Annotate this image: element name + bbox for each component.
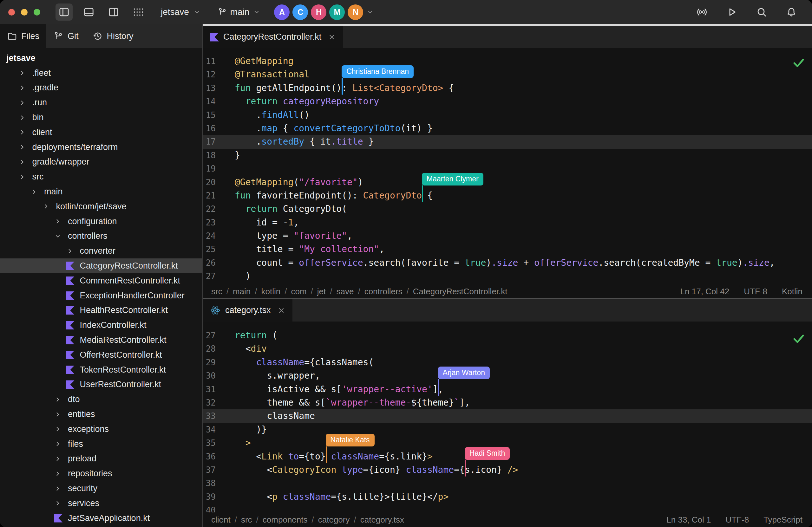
close-tab-button[interactable] xyxy=(277,306,286,314)
code-line-33[interactable]: 33 className xyxy=(203,409,812,423)
avatar-c[interactable]: C xyxy=(292,4,308,20)
code-line-18[interactable]: 18} xyxy=(203,149,812,162)
minimize-window-button[interactable] xyxy=(21,9,28,16)
tree-item-gradle-wrapper[interactable]: gradle/wrapper xyxy=(0,155,202,170)
breadcrumb-item[interactable]: category.tsx xyxy=(360,515,404,525)
project-selector[interactable]: jetsave xyxy=(161,7,201,17)
code-line-29[interactable]: 29 className={classNames( xyxy=(203,356,812,369)
breadcrumb-item[interactable]: components xyxy=(263,515,308,525)
code-line-27[interactable]: 27return ( xyxy=(203,329,812,342)
code-line-37[interactable]: 37 <CategoryIcon type={icon} className={… xyxy=(203,463,812,477)
file-encoding[interactable]: UTF-8 xyxy=(726,515,749,525)
panel-right-toggle[interactable] xyxy=(105,3,122,20)
avatar-h[interactable]: H xyxy=(311,4,327,20)
tree-item-converter[interactable]: converter xyxy=(0,244,202,259)
tree-item-dto[interactable]: dto xyxy=(0,392,202,407)
sidebar-tab-files[interactable]: Files xyxy=(0,24,46,48)
code-line-40[interactable]: 40 xyxy=(203,503,812,512)
broadcast-button[interactable] xyxy=(693,3,710,20)
file-language[interactable]: TypeScript xyxy=(764,515,802,525)
breadcrumb-item[interactable]: src xyxy=(241,515,252,525)
tree-item-deployments-terraform[interactable]: deployments/terraform xyxy=(0,140,202,155)
breadcrumb-item[interactable]: controllers xyxy=(364,287,403,296)
tree-item-exceptionhandlercontroller[interactable]: ExceptionHandlerController xyxy=(0,288,202,303)
caret-position[interactable]: Ln 33, Col 1 xyxy=(666,515,711,525)
code-line-23[interactable]: 23 id = -1, xyxy=(203,216,812,229)
breadcrumb-item[interactable]: CategoryRestController.kt xyxy=(413,287,508,296)
panel-bottom-toggle[interactable] xyxy=(80,3,97,20)
code-line-20[interactable]: 20@GetMapping("/favorite") xyxy=(203,176,812,189)
run-button[interactable] xyxy=(723,3,740,20)
code-line-38[interactable]: 38 xyxy=(203,477,812,490)
sidebar-tab-git[interactable]: Git xyxy=(46,24,86,48)
tree-item-offerrestcontroller-kt[interactable]: OfferRestController.kt xyxy=(0,348,202,363)
code-line-30[interactable]: 30 s.wrapper, xyxy=(203,369,812,382)
sidebar-tab-history[interactable]: History xyxy=(86,24,141,48)
tree-item-services[interactable]: services xyxy=(0,496,202,511)
maximize-window-button[interactable] xyxy=(34,9,40,16)
close-tab-button[interactable] xyxy=(328,33,336,41)
tree-item-bin[interactable]: bin xyxy=(0,110,202,125)
code-editor-categoryrestcontroller-kt[interactable]: 11@GetMapping12@Transactional13fun getAl… xyxy=(203,48,812,285)
avatar-n[interactable]: N xyxy=(348,4,363,20)
tree-item-main[interactable]: main xyxy=(0,184,202,199)
code-line-21[interactable]: 21fun favoriteEndpoint(): CategoryDto { xyxy=(203,189,812,202)
file-encoding[interactable]: UTF-8 xyxy=(744,287,767,296)
code-line-15[interactable]: 15 .findAll() xyxy=(203,108,812,122)
tree-item-jetsaveapplication-kt[interactable]: JetSaveApplication.kt xyxy=(0,511,202,526)
tree-item--fleet[interactable]: .fleet xyxy=(0,65,202,80)
code-line-28[interactable]: 28 <div xyxy=(203,342,812,355)
code-line-25[interactable]: 25 title = "My collection", xyxy=(203,243,812,256)
notifications-button[interactable] xyxy=(783,3,800,20)
code-line-14[interactable]: 14 return categoryRepository xyxy=(203,95,812,108)
tree-item-client[interactable]: client xyxy=(0,125,202,140)
avatar-a[interactable]: A xyxy=(274,4,290,20)
breadcrumb-item[interactable]: src xyxy=(211,287,222,296)
tree-item-categoryrestcontroller-kt[interactable]: CategoryRestController.kt xyxy=(0,259,202,273)
breadcrumb-item[interactable]: main xyxy=(233,287,250,296)
tree-item-preload[interactable]: preload xyxy=(0,452,202,466)
search-button[interactable] xyxy=(753,3,770,20)
editor-tab-categoryrestcontroller-kt[interactable]: CategoryRestController.kt xyxy=(203,26,343,48)
tree-item-mediarestcontroller-kt[interactable]: MediaRestController.kt xyxy=(0,333,202,348)
code-line-17[interactable]: 17 .sortedBy { it.title } xyxy=(203,135,812,148)
code-line-24[interactable]: 24 type = "favorite", xyxy=(203,229,812,243)
editor-tab-category-tsx[interactable]: category.tsx xyxy=(203,299,292,322)
tree-item-repositories[interactable]: repositories xyxy=(0,466,202,481)
file-language[interactable]: Kotlin xyxy=(782,287,802,296)
tree-item-security[interactable]: security xyxy=(0,481,202,496)
avatar-m[interactable]: M xyxy=(329,4,345,20)
code-line-32[interactable]: 32 theme && s[`wrapper--theme-${theme}`]… xyxy=(203,396,812,409)
tree-root-jetsave[interactable]: jetsave xyxy=(0,51,202,65)
code-line-34[interactable]: 34 )} xyxy=(203,423,812,436)
code-line-19[interactable]: 19 xyxy=(203,162,812,175)
tree-item-userrestcontroller-kt[interactable]: UserRestController.kt xyxy=(0,377,202,392)
code-line-11[interactable]: 11@GetMapping xyxy=(203,55,812,68)
code-line-22[interactable]: 22 return CategoryDto( xyxy=(203,202,812,216)
code-line-31[interactable]: 31 isActive && s['wrapper--active'], xyxy=(203,383,812,396)
code-line-12[interactable]: 12@Transactional xyxy=(203,68,812,81)
code-line-26[interactable]: 26 count = offerService.search(favorite … xyxy=(203,256,812,269)
tree-item-src[interactable]: src xyxy=(0,169,202,184)
tree-item-healthrestcontroller-kt[interactable]: HealthRestController.kt xyxy=(0,303,202,318)
tree-item-indexcontroller-kt[interactable]: IndexController.kt xyxy=(0,318,202,333)
code-editor-category-tsx[interactable]: 27return (28 <div29 className={className… xyxy=(203,322,812,512)
tree-item-files[interactable]: files xyxy=(0,437,202,452)
breadcrumb-item[interactable]: save xyxy=(336,287,354,296)
caret-position[interactable]: Ln 17, Col 42 xyxy=(680,287,729,296)
code-line-27[interactable]: 27 ) xyxy=(203,269,812,283)
breadcrumb-item[interactable]: category xyxy=(318,515,350,525)
tree-item-exceptions[interactable]: exceptions xyxy=(0,422,202,437)
breadcrumb-item[interactable]: jet xyxy=(317,287,326,296)
tree-item-tokenrestcontroller-kt[interactable]: TokenRestController.kt xyxy=(0,363,202,377)
tree-item-entities[interactable]: entities xyxy=(0,407,202,422)
breadcrumb-item[interactable]: client xyxy=(211,515,231,525)
tree-item--gradle[interactable]: .gradle xyxy=(0,80,202,96)
breadcrumb-item[interactable]: com xyxy=(291,287,306,296)
code-line-13[interactable]: 13fun getAllEndpoint(): List<CategoryDto… xyxy=(203,82,812,95)
breadcrumb-item[interactable]: kotlin xyxy=(261,287,281,296)
tree-item-controllers[interactable]: controllers xyxy=(0,229,202,244)
tree-item-kotlin-com-jet-save[interactable]: kotlin/com/jet/save xyxy=(0,199,202,214)
code-line-16[interactable]: 16 .map { convertCategoryToDto(it) } xyxy=(203,122,812,135)
tree-item-commentrestcontroller-kt[interactable]: CommentRestController.kt xyxy=(0,273,202,288)
